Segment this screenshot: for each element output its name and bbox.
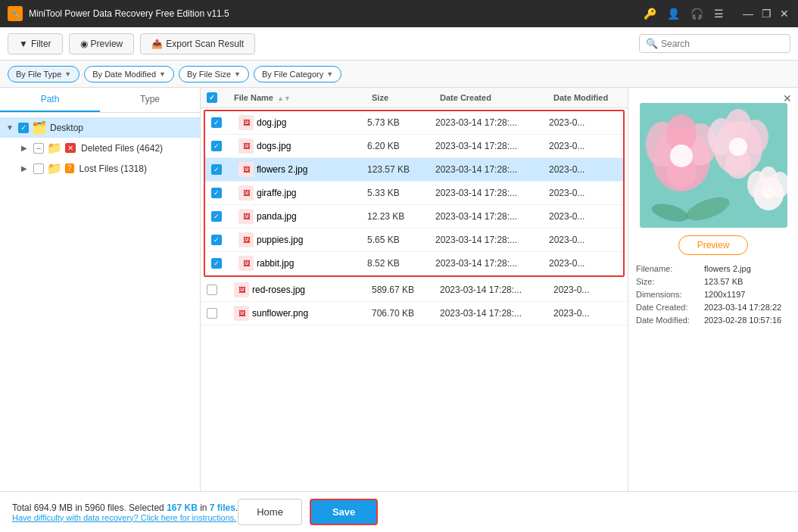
- footer-buttons: Home Save: [238, 499, 378, 525]
- file-modified-4: 2023-0...: [549, 188, 617, 198]
- user-icon[interactable]: 👤: [667, 8, 680, 20]
- info-size-value: 123.57 KB: [704, 277, 790, 286]
- svg-point-10: [725, 109, 751, 142]
- file-size-7: 8.52 KB: [367, 258, 435, 269]
- lost-folder-icon: 📁: [47, 161, 62, 176]
- menu-icon[interactable]: ☰: [714, 8, 724, 20]
- file-rows: ✓ 🖼 dog.jpg 5.73 KB 2023-03-14 17:28:...…: [201, 108, 628, 491]
- file-modified-5: 2023-0...: [549, 211, 617, 222]
- filter-file-type[interactable]: By File Type ▼: [8, 66, 79, 82]
- key-icon[interactable]: 🔑: [644, 8, 656, 20]
- checkbox-8[interactable]: [207, 285, 217, 295]
- date-modified-label: By Date Modified: [92, 70, 156, 79]
- minimize-btn[interactable]: —: [742, 8, 754, 20]
- checkbox-4[interactable]: ✓: [211, 188, 222, 198]
- close-preview-btn[interactable]: ✕: [783, 92, 792, 104]
- main-content: Path Type ▼ ✓ 🗂️ Desktop ▶ – 📁 ✕ Deleted…: [0, 88, 798, 491]
- file-name-cell-3: 🖼 flowers 2.jpg: [238, 162, 367, 177]
- file-name-4: giraffe.jpg: [257, 188, 296, 198]
- checkbox-3[interactable]: ✓: [211, 164, 222, 175]
- expand-icon: ▼: [6, 123, 15, 132]
- save-button[interactable]: Save: [310, 499, 378, 525]
- table-row[interactable]: ✓ 🖼 giraffe.jpg 5.33 KB 2023-03-14 17:28…: [205, 182, 623, 205]
- checkbox-6[interactable]: ✓: [211, 235, 222, 245]
- app-icon: 🔧: [8, 6, 23, 21]
- table-row[interactable]: ✓ 🖼 rabbit.jpg 8.52 KB 2023-03-14 17:28:…: [205, 252, 623, 275]
- restore-btn[interactable]: ❐: [760, 8, 772, 20]
- file-modified-8: 2023-0...: [553, 285, 622, 295]
- filter-file-category[interactable]: By File Category ▼: [254, 66, 341, 82]
- tree-item-lost[interactable]: ▶ 📁 ? Lost Files (1318): [15, 158, 200, 179]
- select-all-checkbox[interactable]: ✓: [207, 92, 217, 103]
- file-category-arrow: ▼: [326, 70, 333, 78]
- row-check-6: ✓: [211, 235, 238, 245]
- headphone-icon[interactable]: 🎧: [690, 8, 703, 20]
- file-size-9: 706.70 KB: [372, 308, 440, 319]
- file-name-1: dog.jpg: [257, 117, 286, 128]
- tree-item-deleted[interactable]: ▶ – 📁 ✕ Deleted Files (4642): [15, 138, 200, 158]
- checkbox-1[interactable]: ✓: [211, 117, 222, 128]
- file-thumb-8: 🖼: [234, 282, 249, 297]
- file-thumb-3: 🖼: [238, 162, 254, 177]
- deleted-checkbox[interactable]: –: [33, 143, 44, 154]
- table-row[interactable]: ✓ 🖼 flowers 2.jpg 123.57 KB 2023-03-14 1…: [205, 158, 623, 182]
- filter-file-size[interactable]: By File Size ▼: [179, 66, 249, 82]
- tab-path[interactable]: Path: [0, 88, 100, 112]
- tree-item-desktop[interactable]: ▼ ✓ 🗂️ Desktop: [0, 117, 200, 138]
- tree: ▼ ✓ 🗂️ Desktop ▶ – 📁 ✕ Deleted Files (46…: [0, 113, 200, 491]
- footer: Total 694.9 MB in 5960 files. Selected 1…: [0, 491, 798, 532]
- info-created-value: 2023-03-14 17:28:22: [704, 303, 790, 312]
- table-row[interactable]: ✓ 🖼 panda.jpg 12.23 KB 2023-03-14 17:28:…: [205, 205, 623, 229]
- toolbar: ▼ Filter ◉ Preview 📤 Export Scan Result …: [0, 27, 798, 61]
- search-input[interactable]: [661, 39, 784, 49]
- svg-point-6: [670, 145, 693, 167]
- file-type-arrow: ▼: [64, 70, 71, 78]
- in-text: in: [198, 502, 210, 513]
- file-thumb-6: 🖼: [238, 232, 254, 247]
- table-row[interactable]: ✓ 🖼 dogs.jpg 6.20 KB 2023-03-14 17:28:..…: [205, 135, 623, 158]
- table-row[interactable]: ✓ 🖼 puppies.jpg 5.65 KB 2023-03-14 17:28…: [205, 229, 623, 252]
- info-dimensions-value: 1200x1197: [704, 290, 790, 299]
- file-modified-7: 2023-0...: [549, 258, 617, 269]
- checkbox-7[interactable]: ✓: [211, 258, 222, 269]
- search-icon: 🔍: [646, 38, 658, 49]
- tabs: Path Type: [0, 88, 200, 113]
- file-category-label: By File Category: [262, 70, 323, 79]
- help-link[interactable]: Have difficulty with data recovery? Clic…: [12, 513, 238, 522]
- file-thumb-2: 🖼: [238, 138, 254, 154]
- file-name-cell-5: 🖼 panda.jpg: [238, 209, 367, 224]
- info-filename-label: Filename:: [636, 264, 704, 273]
- file-size-3: 123.57 KB: [367, 164, 435, 175]
- tab-type[interactable]: Type: [100, 88, 200, 112]
- desktop-checkbox[interactable]: ✓: [18, 123, 29, 133]
- file-name-cell-2: 🖼 dogs.jpg: [238, 138, 367, 154]
- file-name-cell-7: 🖼 rabbit.jpg: [238, 256, 367, 271]
- file-size-8: 589.67 KB: [372, 285, 440, 295]
- home-button[interactable]: Home: [238, 499, 302, 525]
- title-bar: 🔧 MiniTool Power Data Recovery Free Edit…: [0, 0, 798, 27]
- filter-date-modified[interactable]: By Date Modified ▼: [84, 66, 174, 82]
- file-size-label: By File Size: [187, 70, 231, 79]
- table-row[interactable]: 🖼 sunflower.png 706.70 KB 2023-03-14 17:…: [201, 302, 628, 325]
- row-check-3: ✓: [211, 164, 238, 175]
- export-button[interactable]: 📤 Export Scan Result: [140, 33, 255, 54]
- file-name-6: puppies.jpg: [257, 235, 303, 245]
- checkbox-2[interactable]: ✓: [211, 141, 222, 151]
- close-btn[interactable]: ✕: [778, 8, 790, 20]
- file-type-label: By File Type: [16, 70, 61, 79]
- preview-button-right[interactable]: Preview: [678, 235, 749, 255]
- lost-checkbox[interactable]: [33, 163, 44, 174]
- file-modified-1: 2023-0...: [549, 117, 617, 128]
- checked-group: ✓ 🖼 dog.jpg 5.73 KB 2023-03-14 17:28:...…: [204, 110, 625, 277]
- filter-button[interactable]: ▼ Filter: [8, 33, 63, 54]
- file-created-4: 2023-03-14 17:28:...: [435, 188, 549, 198]
- file-thumb-5: 🖼: [238, 209, 254, 224]
- preview-button[interactable]: ◉ Preview: [69, 33, 135, 54]
- file-name-9: sunflower.png: [252, 308, 308, 319]
- table-row[interactable]: ✓ 🖼 dog.jpg 5.73 KB 2023-03-14 17:28:...…: [205, 111, 623, 135]
- checkbox-5[interactable]: ✓: [211, 211, 222, 222]
- table-row[interactable]: 🖼 red-roses.jpg 589.67 KB 2023-03-14 17:…: [201, 278, 628, 302]
- deleted-badge: ✕: [65, 143, 76, 153]
- file-thumb-1: 🖼: [238, 115, 254, 130]
- checkbox-9[interactable]: [207, 308, 217, 319]
